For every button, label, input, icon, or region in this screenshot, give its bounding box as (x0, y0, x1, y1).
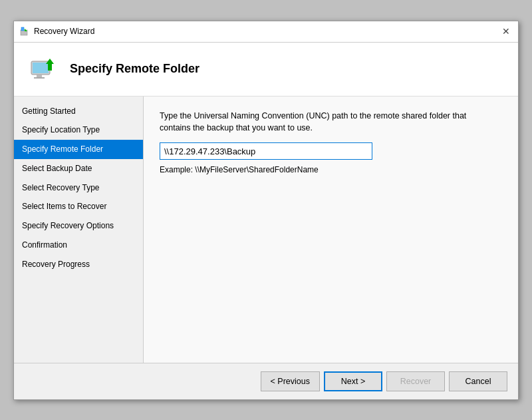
window-title: Recovery Wizard (34, 27, 94, 36)
sidebar-item-recovery-options[interactable]: Specify Recovery Options (14, 216, 143, 236)
sidebar-item-backup-date[interactable]: Select Backup Date (14, 159, 143, 178)
sidebar-item-remote-folder[interactable]: Specify Remote Folder (14, 140, 143, 159)
wizard-icon (19, 26, 30, 37)
instruction-text: Type the Universal Naming Convention (UN… (160, 110, 492, 135)
unc-path-input[interactable] (160, 142, 372, 160)
sidebar-item-items-to-recover[interactable]: Select Items to Recover (14, 197, 143, 216)
svg-rect-5 (34, 77, 45, 79)
footer: < Previous Next > Recover Cancel (14, 363, 518, 399)
cancel-button[interactable]: Cancel (449, 371, 507, 391)
title-bar: Recovery Wizard ✕ (14, 21, 518, 43)
sidebar-item-getting-started[interactable]: Getting Started (14, 102, 143, 121)
svg-rect-4 (37, 75, 42, 77)
svg-rect-1 (21, 27, 24, 31)
content-area: Getting Started Specify Location Type Sp… (14, 97, 518, 363)
main-content: Type the Universal Naming Convention (UN… (144, 97, 518, 363)
close-button[interactable]: ✕ (499, 25, 513, 38)
sidebar-item-recovery-type[interactable]: Select Recovery Type (14, 178, 143, 198)
sidebar-item-location-type[interactable]: Specify Location Type (14, 120, 143, 140)
sidebar-item-recovery-progress[interactable]: Recovery Progress (14, 255, 143, 274)
header-wizard-icon (27, 53, 59, 85)
recovery-wizard-window: Recovery Wizard ✕ Specify Remote Folder … (13, 21, 519, 400)
example-text: Example: \\MyFileServer\SharedFolderName (160, 165, 502, 174)
previous-button[interactable]: < Previous (261, 371, 320, 391)
next-button[interactable]: Next > (324, 371, 382, 391)
recover-button[interactable]: Recover (386, 371, 445, 391)
page-title: Specify Remote Folder (70, 62, 200, 76)
sidebar-item-confirmation[interactable]: Confirmation (14, 236, 143, 255)
header-section: Specify Remote Folder (14, 43, 518, 97)
svg-rect-3 (33, 63, 49, 73)
title-bar-left: Recovery Wizard (19, 26, 94, 37)
sidebar: Getting Started Specify Location Type Sp… (14, 97, 144, 363)
